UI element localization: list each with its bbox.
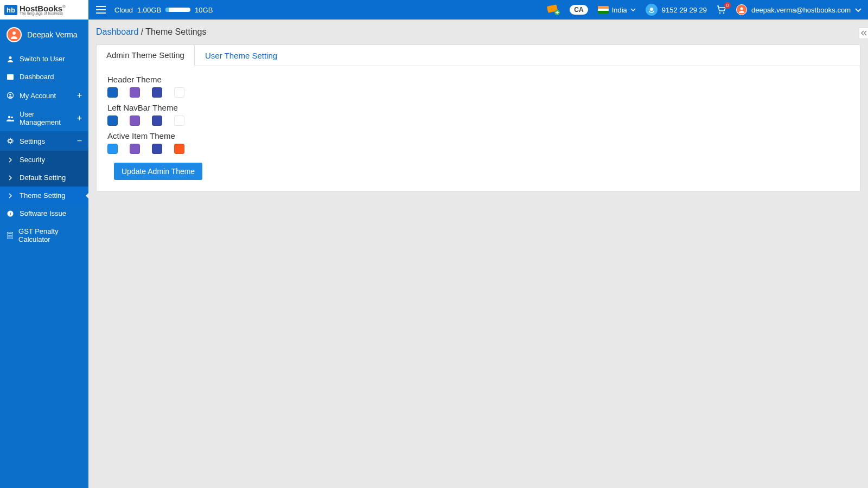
- navbar-theme-label: Left NavBar Theme: [107, 103, 849, 112]
- sidebar-item-label: Dashboard: [20, 73, 54, 81]
- cloud-storage-info: Cloud 1.00GB 10GB: [114, 6, 213, 14]
- topbar: hb HostBooks® The language of business C…: [0, 0, 868, 20]
- swatch-active-2[interactable]: [130, 144, 140, 154]
- breadcrumb-dashboard-link[interactable]: Dashboard: [96, 27, 138, 36]
- info-icon: i: [7, 210, 14, 217]
- swatch-header-1[interactable]: [107, 87, 118, 98]
- svg-point-11: [8, 115, 10, 118]
- active-theme-label: Active Item Theme: [107, 131, 849, 140]
- swatch-navbar-3[interactable]: [152, 115, 162, 126]
- sidebar-user[interactable]: Deepak Verma: [0, 20, 88, 50]
- hamburger-icon[interactable]: [96, 6, 106, 14]
- sidebar-item-switch-user[interactable]: Switch to User: [0, 50, 88, 68]
- phone-number: 9152 29 29 29: [662, 6, 707, 14]
- avatar-icon: [7, 27, 22, 42]
- sidebar-item-label: Theme Setting: [20, 191, 66, 200]
- ca-badge[interactable]: CA: [570, 5, 588, 15]
- sidebar-item-label: Default Setting: [20, 174, 66, 182]
- svg-text:i: i: [10, 211, 11, 216]
- sidebar-item-security[interactable]: Security: [0, 151, 88, 169]
- svg-point-6: [12, 31, 16, 35]
- chevron-down-icon: [855, 8, 861, 12]
- calculator-icon: [7, 232, 13, 239]
- swatch-header-3[interactable]: [152, 87, 162, 98]
- update-theme-button[interactable]: Update Admin Theme: [114, 163, 202, 180]
- storage-progress-bar: [165, 8, 190, 12]
- user-email: deepak.verma@hostbooks.com: [751, 6, 851, 14]
- svg-point-7: [9, 56, 12, 59]
- main-content: Dashboard / Theme Settings Admin Theme S…: [88, 20, 868, 488]
- svg-point-5: [740, 8, 743, 10]
- chevron-right-icon: [7, 175, 14, 181]
- logo-badge: hb: [4, 5, 17, 15]
- user-menu[interactable]: deepak.verma@hostbooks.com: [736, 4, 861, 15]
- sidebar-item-label: Software Issue: [20, 209, 66, 217]
- collapse-icon: −: [77, 136, 82, 146]
- svg-point-12: [11, 116, 13, 118]
- svg-point-10: [9, 94, 11, 96]
- chevron-down-icon: [630, 8, 636, 11]
- swatch-active-3[interactable]: [152, 144, 162, 154]
- tab-admin-theme[interactable]: Admin Theme Setting: [96, 44, 195, 66]
- active-theme-swatches: [107, 144, 849, 154]
- header-theme-swatches: [107, 87, 849, 98]
- sidebar: Deepak Verma Switch to User Dashboard My…: [0, 20, 88, 488]
- dashboard-icon: [7, 74, 14, 80]
- svg-point-13: [9, 139, 12, 143]
- collapse-panel-button[interactable]: [859, 27, 868, 39]
- sidebar-item-dashboard[interactable]: Dashboard: [0, 68, 88, 86]
- logo-subtitle: The language of business: [20, 11, 66, 15]
- swatch-header-2[interactable]: [130, 87, 140, 98]
- svg-point-4: [723, 12, 725, 14]
- expand-icon: +: [77, 91, 82, 100]
- sidebar-item-my-account[interactable]: My Account +: [0, 86, 88, 105]
- country-name: India: [612, 6, 627, 14]
- support-phone[interactable]: 9152 29 29 29: [646, 4, 707, 16]
- avatar-icon: [736, 4, 747, 15]
- breadcrumb-separator: /: [138, 27, 145, 36]
- sidebar-item-label: Switch to User: [20, 55, 65, 63]
- breadcrumb-current: Theme Settings: [145, 27, 206, 36]
- ticket-icon[interactable]: [546, 4, 560, 15]
- swatch-header-4[interactable]: [174, 87, 184, 98]
- cloud-label: Cloud: [114, 6, 133, 14]
- chevron-right-icon: [7, 157, 14, 163]
- swatch-active-4[interactable]: [174, 144, 184, 154]
- tabs: Admin Theme Setting User Theme Setting: [97, 45, 860, 66]
- swatch-navbar-2[interactable]: [130, 115, 140, 126]
- sidebar-item-software-issue[interactable]: i Software Issue: [0, 204, 88, 222]
- breadcrumb: Dashboard / Theme Settings: [96, 27, 860, 37]
- header-theme-label: Header Theme: [107, 75, 849, 84]
- sidebar-item-settings[interactable]: Settings −: [0, 131, 88, 151]
- sidebar-settings-submenu: Security Default Setting Theme Setting: [0, 151, 88, 204]
- sidebar-item-label: Security: [20, 156, 45, 164]
- user-icon: [7, 56, 14, 62]
- chevron-left-double-icon: [860, 30, 867, 36]
- swatch-active-1[interactable]: [107, 144, 118, 154]
- navbar-theme-swatches: [107, 115, 849, 126]
- sidebar-item-label: User Management: [20, 110, 72, 126]
- gear-icon: [7, 138, 14, 144]
- cloud-used: 1.00GB: [137, 6, 161, 14]
- swatch-navbar-4[interactable]: [174, 115, 184, 126]
- theme-settings-panel: Admin Theme Setting User Theme Setting H…: [96, 44, 860, 191]
- cart-button[interactable]: 0: [717, 5, 726, 14]
- chevron-right-icon: [7, 193, 14, 198]
- sidebar-item-default-setting[interactable]: Default Setting: [0, 169, 88, 187]
- sidebar-item-label: My Account: [20, 92, 56, 100]
- flag-icon: [598, 6, 609, 14]
- expand-icon: +: [77, 113, 82, 123]
- cloud-total: 10GB: [195, 6, 213, 14]
- svg-point-3: [719, 12, 721, 14]
- sidebar-item-theme-setting[interactable]: Theme Setting: [0, 187, 88, 204]
- sidebar-item-user-management[interactable]: User Management +: [0, 105, 88, 131]
- swatch-navbar-1[interactable]: [107, 115, 118, 126]
- country-selector[interactable]: India: [598, 6, 636, 14]
- sidebar-item-label: Settings: [20, 137, 45, 145]
- tab-user-theme[interactable]: User Theme Setting: [195, 45, 288, 66]
- sidebar-item-gst-calculator[interactable]: GST Penalty Calculator: [0, 222, 88, 248]
- account-icon: [7, 92, 14, 99]
- logo[interactable]: hb HostBooks® The language of business: [0, 0, 88, 20]
- svg-point-2: [650, 8, 653, 11]
- cart-count-badge: 0: [724, 2, 731, 9]
